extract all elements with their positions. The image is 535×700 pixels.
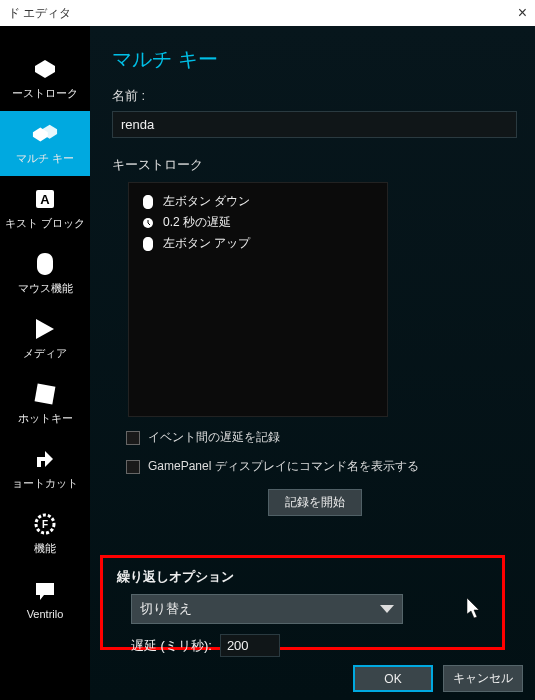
content-panel: マルチ キー 名前 : キーストローク 左ボタン ダウン 0.2 秒の遅延 左ボ…: [90, 26, 535, 700]
window-title: ド エディタ: [8, 5, 71, 22]
sidebar-item-multikey[interactable]: マルチ キー: [0, 111, 90, 176]
sidebar-item-label: マウス機能: [18, 281, 73, 296]
textblock-icon: A: [32, 186, 58, 212]
hotkey-icon: [32, 381, 58, 407]
sidebar-item-shortcut[interactable]: ョートカット: [0, 436, 90, 501]
sidebar-item-ventrilo[interactable]: Ventrilo: [0, 566, 90, 631]
keystroke-icon: [32, 56, 58, 82]
keystroke-row: 左ボタン ダウン: [141, 193, 375, 210]
repeat-mode-dropdown[interactable]: 切り替え: [131, 594, 403, 624]
svg-text:F: F: [42, 519, 48, 530]
checkbox[interactable]: [126, 431, 140, 445]
sidebar-item-mouse[interactable]: マウス機能: [0, 241, 90, 306]
sidebar-item-function[interactable]: F 機能: [0, 501, 90, 566]
dropdown-value: 切り替え: [140, 600, 192, 618]
checkbox-label: イベント間の遅延を記録: [148, 429, 280, 446]
svg-rect-2: [35, 384, 56, 405]
delay-label: 遅延 (ミリ秒):: [131, 637, 212, 655]
close-icon[interactable]: ×: [518, 4, 527, 22]
name-label: 名前 :: [112, 87, 517, 105]
keystroke-row: 左ボタン アップ: [141, 235, 375, 252]
clock-icon: [141, 216, 155, 230]
mouse-icon: [141, 237, 155, 251]
record-delays-row[interactable]: イベント間の遅延を記録: [126, 429, 517, 446]
checkbox[interactable]: [126, 460, 140, 474]
keystroke-text: 左ボタン ダウン: [163, 193, 250, 210]
panel-heading: マルチ キー: [112, 46, 517, 73]
chevron-down-icon: [380, 605, 394, 613]
cancel-button[interactable]: キャンセル: [443, 665, 523, 692]
sidebar-item-label: ーストローク: [12, 86, 78, 101]
sidebar: ーストローク マルチ キー A キスト ブロック マウス機能 メディア: [0, 26, 90, 700]
sidebar-item-label: ホットキー: [18, 411, 73, 426]
keystroke-row: 0.2 秒の遅延: [141, 214, 375, 231]
start-record-button[interactable]: 記録を開始: [268, 489, 362, 516]
footer-buttons: OK キャンセル: [353, 665, 523, 692]
sidebar-item-keystroke[interactable]: ーストローク: [0, 46, 90, 111]
sidebar-item-label: ョートカット: [12, 476, 78, 491]
chat-icon: [32, 578, 58, 604]
sidebar-item-label: Ventrilo: [27, 608, 64, 620]
sidebar-item-media[interactable]: メディア: [0, 306, 90, 371]
name-input[interactable]: [112, 111, 517, 138]
multikey-icon: [32, 121, 58, 147]
show-name-row[interactable]: GamePanel ディスプレイにコマンド名を表示する: [126, 458, 517, 475]
shortcut-icon: [32, 446, 58, 472]
sidebar-item-label: キスト ブロック: [5, 216, 85, 231]
gear-icon: F: [32, 511, 58, 537]
keystroke-text: 0.2 秒の遅延: [163, 214, 231, 231]
keystroke-list[interactable]: 左ボタン ダウン 0.2 秒の遅延 左ボタン アップ: [128, 182, 388, 417]
keystroke-section-label: キーストローク: [112, 156, 517, 174]
keystroke-text: 左ボタン アップ: [163, 235, 250, 252]
sidebar-item-hotkey[interactable]: ホットキー: [0, 371, 90, 436]
mouse-icon: [141, 195, 155, 209]
play-icon: [32, 316, 58, 342]
sidebar-item-label: メディア: [23, 346, 67, 361]
svg-text:A: A: [40, 192, 50, 207]
sidebar-item-label: 機能: [34, 541, 56, 556]
mouse-icon: [32, 251, 58, 277]
repeat-title: 繰り返しオプション: [117, 568, 488, 586]
repeat-options-box: 繰り返しオプション 切り替え 遅延 (ミリ秒):: [100, 555, 505, 650]
sidebar-item-textblock[interactable]: A キスト ブロック: [0, 176, 90, 241]
ok-button[interactable]: OK: [353, 665, 433, 692]
checkbox-label: GamePanel ディスプレイにコマンド名を表示する: [148, 458, 419, 475]
titlebar: ド エディタ ×: [0, 0, 535, 26]
delay-input[interactable]: [220, 634, 280, 657]
sidebar-item-label: マルチ キー: [16, 151, 74, 166]
